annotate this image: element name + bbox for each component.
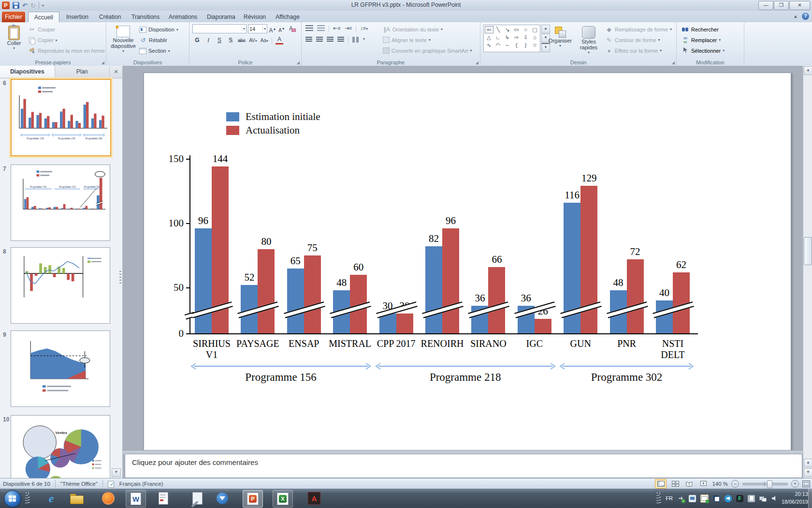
text-shadow-button[interactable]: S xyxy=(227,36,234,45)
volume-icon[interactable] xyxy=(771,495,778,502)
slide-thumbnail-9[interactable] xyxy=(11,330,110,407)
zoom-out-icon[interactable]: – xyxy=(731,480,739,488)
zoom-level[interactable]: 140 % xyxy=(712,481,728,487)
panel-splitter-handle[interactable] xyxy=(119,271,121,284)
reading-view-button[interactable] xyxy=(684,479,695,488)
language-indicator[interactable]: FR xyxy=(666,495,673,501)
start-button[interactable] xyxy=(4,490,21,508)
shape-line-icon[interactable]: ╲ xyxy=(493,26,503,33)
normal-view-button[interactable] xyxy=(655,479,667,489)
numbering-icon[interactable] xyxy=(317,25,325,31)
convert-smartart-button[interactable]: Convertir en graphique SmartArt▾ xyxy=(383,46,472,55)
fit-to-window-icon[interactable] xyxy=(802,480,810,487)
align-right-icon[interactable] xyxy=(327,37,334,43)
align-left-icon[interactable] xyxy=(305,37,312,43)
change-case-button[interactable]: Aa▾ xyxy=(261,36,268,45)
shape-elbow-arrow-icon[interactable]: ↳ xyxy=(503,33,512,41)
shape-down-arrow-icon[interactable]: ⇩ xyxy=(521,33,530,41)
slide-thumbnail-7[interactable]: Programme 156Programme 218Programme 302 xyxy=(11,164,110,241)
slide-thumbnail-10[interactable]: Ventes xyxy=(11,415,110,478)
shape-right-arrow-icon[interactable]: ⇨ xyxy=(512,33,521,41)
underline-button[interactable]: S xyxy=(216,36,223,45)
quick-styles-button[interactable]: Styles rapides▾ xyxy=(575,24,602,55)
internet-explorer-icon[interactable]: e xyxy=(42,490,61,507)
maximize-button[interactable]: ❐ xyxy=(774,1,789,10)
windows-explorer-icon[interactable] xyxy=(67,490,86,507)
bar-actual[interactable] xyxy=(396,314,413,333)
bar-actual[interactable] xyxy=(488,267,505,333)
tab-diaporama[interactable]: Diaporama xyxy=(201,12,241,22)
zoom-slider-thumb[interactable] xyxy=(767,480,772,488)
find-button[interactable]: Rechercher xyxy=(682,25,725,34)
tab-plan[interactable]: Plan xyxy=(55,66,110,78)
bar-initial[interactable] xyxy=(425,246,442,333)
bullets-icon[interactable] xyxy=(305,25,313,31)
shape-arrow-icon[interactable]: ↘ xyxy=(503,26,512,33)
bold-button[interactable]: G xyxy=(193,36,201,45)
layout-button[interactable]: Disposition▾ xyxy=(139,25,178,34)
tab-transitions[interactable]: Transitions xyxy=(126,12,165,22)
document-icon[interactable] xyxy=(154,490,173,507)
previous-slide-icon[interactable]: ▲ xyxy=(804,459,812,467)
increase-indent-icon[interactable]: ⇥≡ xyxy=(345,25,352,32)
character-spacing-button[interactable]: AV▾ xyxy=(249,36,257,45)
thunderbird-icon[interactable] xyxy=(213,490,232,507)
close-button[interactable]: ✕ xyxy=(789,1,810,10)
text-orientation-button[interactable]: ∥AOrientation du texte▾ xyxy=(383,25,472,34)
decrease-indent-icon[interactable]: ⇤≡ xyxy=(333,25,341,32)
next-slide-icon[interactable]: ▼ xyxy=(804,468,812,477)
share-icon[interactable] xyxy=(725,495,732,502)
bar-initial[interactable] xyxy=(195,228,212,333)
shape-scribble-icon[interactable]: ∿ xyxy=(484,41,493,49)
shape-curve-icon[interactable]: ～ xyxy=(503,41,512,49)
scroll-up-icon[interactable]: ▲ xyxy=(804,66,812,75)
shape-outline-button[interactable]: ✎Contour de forme▾ xyxy=(605,35,672,45)
network-icon[interactable] xyxy=(759,495,767,502)
shape-fill-button[interactable]: ◆Remplissage de forme▾ xyxy=(605,25,672,34)
excel-icon[interactable]: X xyxy=(273,490,293,508)
taskbar-clock[interactable]: 20:13 18/06/2019 xyxy=(782,490,808,506)
bar-initial[interactable] xyxy=(656,300,673,333)
app-window-icon[interactable] xyxy=(713,495,720,502)
shape-oval-icon[interactable]: ○ xyxy=(521,26,530,33)
scrollbar-thumb[interactable] xyxy=(804,237,812,265)
media-player-icon[interactable] xyxy=(99,490,118,507)
bar-initial[interactable] xyxy=(287,269,304,333)
clipboard-dialog-launcher-icon[interactable]: ◢ xyxy=(102,60,104,65)
shape-star-icon[interactable]: ☆ xyxy=(530,41,539,49)
shape-brace-right-icon[interactable]: } xyxy=(521,41,530,49)
bar-actual[interactable] xyxy=(627,259,644,333)
collapse-ribbon-icon[interactable]: ▲ xyxy=(793,14,798,19)
adobe-reader-icon[interactable]: A xyxy=(304,490,324,507)
bar-actual[interactable] xyxy=(442,228,459,333)
font-color-button[interactable]: A xyxy=(276,36,283,45)
shape-elbow-icon[interactable]: ∟ xyxy=(493,33,503,41)
line-spacing-icon[interactable]: ↕≡▾ xyxy=(360,25,368,32)
notepad-icon[interactable] xyxy=(188,490,207,507)
powerpoint-taskbar-icon[interactable]: P xyxy=(243,490,263,508)
copy-button[interactable]: Copier▾ xyxy=(28,35,105,45)
paste-button[interactable]: Coller ▾ xyxy=(2,23,26,56)
justify-icon[interactable] xyxy=(337,37,344,43)
shape-textbox-icon[interactable]: A≡ xyxy=(485,26,493,33)
shape-rectangle-icon[interactable]: ▭ xyxy=(512,26,521,33)
format-painter-button[interactable]: Reproduire la mise en forme xyxy=(28,46,105,56)
tab-animations[interactable]: Animations xyxy=(163,12,203,22)
spellcheck-icon[interactable]: ✓ xyxy=(108,480,115,487)
panel-scroll-down-icon[interactable]: ▼ xyxy=(112,468,121,477)
tab-fichier[interactable]: Fichier xyxy=(2,12,25,22)
zoom-in-icon[interactable]: + xyxy=(791,480,799,488)
zoom-slider[interactable] xyxy=(742,483,788,485)
clipboard-tray-icon[interactable] xyxy=(748,495,755,502)
new-slide-button[interactable]: ✷ Nouvelle diapositive ▾ xyxy=(108,23,138,56)
arrange-button[interactable]: Organiser▾ xyxy=(546,24,574,48)
grow-font-icon[interactable]: A▲ xyxy=(269,25,276,33)
reset-button[interactable]: ↺Rétablir xyxy=(139,35,178,45)
bar-actual[interactable] xyxy=(258,249,275,333)
bar-actual[interactable] xyxy=(304,255,321,333)
show-desktop-button[interactable] xyxy=(808,489,812,508)
shape-arc-icon[interactable]: ◠ xyxy=(493,41,503,49)
align-center-icon[interactable] xyxy=(316,37,323,43)
slide-thumbnail-6[interactable]: Programme 156Programme 218Programme 302 xyxy=(11,79,111,156)
paragraph-dialog-launcher-icon[interactable]: ◢ xyxy=(476,60,478,65)
